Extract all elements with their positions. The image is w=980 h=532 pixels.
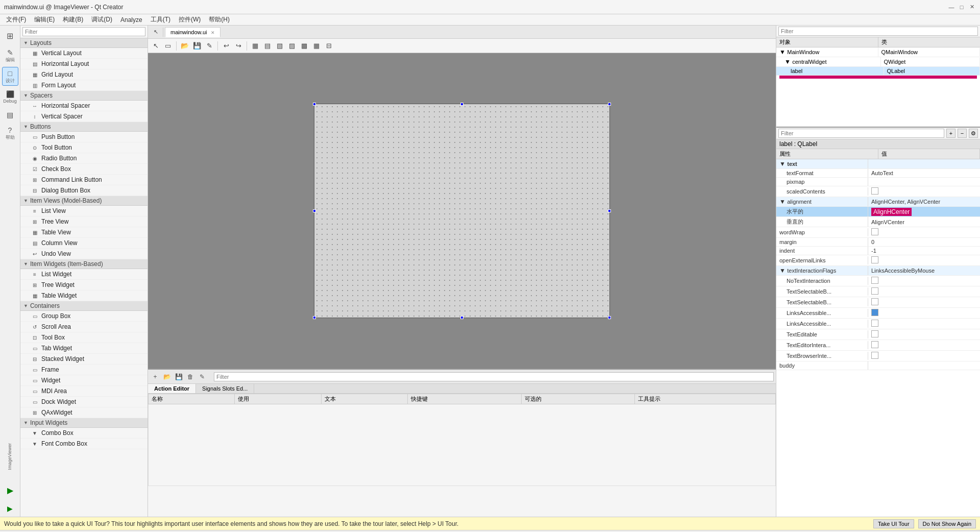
bottom-new-icon[interactable]: +: [150, 372, 160, 382]
widget-qaxwidget[interactable]: ⊞ QAxWidget: [20, 407, 148, 418]
toolbar-break-icon[interactable]: ⊟: [323, 40, 334, 52]
section-item-widgets[interactable]: ▼ Item Widgets (Item-Based): [20, 259, 148, 269]
prop-row-texteditable[interactable]: TextEditable: [776, 329, 980, 340]
section-input-widgets[interactable]: ▼ Input Widgets: [20, 418, 148, 428]
prop-row-linksaccessible2[interactable]: LinksAccessible...: [776, 319, 980, 329]
do-not-show-again-button[interactable]: Do Not Show Again: [918, 519, 976, 528]
side-icon-design[interactable]: □ 设计: [2, 67, 18, 86]
tab-close-icon[interactable]: ✕: [211, 30, 215, 35]
widget-group-box[interactable]: ▭ Group Box: [20, 311, 148, 322]
widget-column-view[interactable]: ▤ Column View: [20, 238, 148, 249]
widget-list-view[interactable]: ≡ List View: [20, 206, 148, 216]
toolbar-layout2-icon[interactable]: ▤: [262, 40, 273, 52]
bottom-edit-icon[interactable]: ✎: [197, 372, 207, 382]
texteditable-checkbox[interactable]: [871, 330, 878, 337]
bottom-delete-icon[interactable]: 🗑: [185, 372, 195, 382]
bottom-filter-input[interactable]: [214, 372, 774, 381]
widget-form-layout[interactable]: ▥ Form Layout: [20, 80, 148, 91]
minimize-button[interactable]: —: [947, 3, 955, 11]
side-icon-projects[interactable]: ▤: [2, 108, 18, 122]
notextinteraction-checkbox[interactable]: [871, 277, 878, 284]
toolbar-layout4-icon[interactable]: ▨: [286, 40, 298, 52]
widget-check-box[interactable]: ☑ Check Box: [20, 164, 148, 175]
side-icon-help[interactable]: ? 帮助: [2, 124, 18, 142]
prop-row-buddy[interactable]: buddy: [776, 361, 980, 370]
menu-tools[interactable]: 工具(T): [146, 14, 175, 25]
openexternallinks-checkbox[interactable]: [871, 256, 878, 263]
prop-row-textselectab2[interactable]: TextSelectableB...: [776, 297, 980, 308]
widget-list-widget[interactable]: ≡ List Widget: [20, 269, 148, 280]
linksaccessible1-checkbox[interactable]: [871, 309, 878, 316]
tab-signals-slots[interactable]: Signals Slots Ed...: [196, 384, 254, 393]
toolbar-layout5-icon[interactable]: ▩: [299, 40, 310, 52]
toolbar-save-icon[interactable]: 💾: [191, 40, 203, 52]
menu-debug[interactable]: 调试(D): [87, 14, 116, 25]
toolbar-layout3-icon[interactable]: ▧: [274, 40, 285, 52]
section-layouts[interactable]: ▼ Layouts: [20, 38, 148, 48]
section-item-views[interactable]: ▼ Item Views (Model-Based): [20, 196, 148, 206]
toolbar-widget-icon[interactable]: ▭: [162, 40, 174, 52]
menu-analyze[interactable]: Analyze: [116, 15, 146, 25]
prop-row-notextinteraction[interactable]: NoTextInteraction: [776, 276, 980, 286]
bottom-open-icon[interactable]: 📂: [162, 372, 172, 382]
section-buttons[interactable]: ▼ Buttons: [20, 122, 148, 132]
toolbar-redo-icon[interactable]: ↪: [233, 40, 244, 52]
prop-row-textselectab1[interactable]: TextSelectableB...: [776, 286, 980, 297]
widget-tab-widget[interactable]: ▭ Tab Widget: [20, 343, 148, 354]
prop-row-textinteractionflags[interactable]: ▼ textInteractionFlags LinksAccessibleBy…: [776, 266, 980, 276]
prop-row-pixmap[interactable]: pixmap: [776, 178, 980, 186]
widget-radio-button[interactable]: ◉ Radio Button: [20, 153, 148, 164]
widget-vertical-spacer[interactable]: ↕ Vertical Spacer: [20, 111, 148, 122]
widget-font-combo-box[interactable]: ▼ Font Combo Box: [20, 439, 148, 449]
texteditorintera-checkbox[interactable]: [871, 341, 878, 348]
close-button[interactable]: ✕: [968, 3, 976, 11]
property-add-btn[interactable]: +: [946, 129, 955, 138]
prop-row-vertical[interactable]: 垂直的 AlignVCenter: [776, 217, 980, 227]
bottom-save-icon[interactable]: 💾: [174, 372, 184, 382]
widget-tool-box[interactable]: ⊡ Tool Box: [20, 332, 148, 343]
property-minus-btn[interactable]: −: [958, 129, 967, 138]
toolbar-undo-icon[interactable]: ↩: [220, 40, 232, 52]
textbrowserinte-checkbox[interactable]: [871, 352, 878, 359]
toolbar-layout1-icon[interactable]: ▦: [250, 40, 261, 52]
object-filter-input[interactable]: [778, 27, 978, 36]
widget-frame[interactable]: ▭ Frame: [20, 365, 148, 375]
side-icon-build[interactable]: ▶: [2, 482, 18, 498]
side-icon-debug2[interactable]: ▶: [2, 500, 18, 517]
section-spacers[interactable]: ▼ Spacers: [20, 91, 148, 101]
toolbar-pencil-icon[interactable]: ✎: [204, 40, 215, 52]
widget-combo-box[interactable]: ▼ Combo Box: [20, 428, 148, 439]
textselectab1-checkbox[interactable]: [871, 287, 878, 295]
take-ui-tour-button[interactable]: Take UI Tour: [873, 519, 914, 528]
widget-widget[interactable]: ▭ Widget: [20, 375, 148, 386]
widget-grid-layout[interactable]: ▦ Grid Layout: [20, 69, 148, 80]
textselectab2-checkbox[interactable]: [871, 298, 878, 305]
prop-row-horizontal[interactable]: 水平的 AlignHCenter: [776, 207, 980, 217]
widget-vertical-layout[interactable]: ▦ Vertical Layout: [20, 48, 148, 59]
toolbar-arrow-icon[interactable]: ↖: [150, 27, 161, 38]
side-icon-welcome[interactable]: ⊞: [2, 28, 18, 44]
widget-table-view[interactable]: ▦ Table View: [20, 227, 148, 238]
object-row-mainwindow[interactable]: ▼ MainWindow QMainWindow: [776, 47, 980, 57]
tab-mainwindow[interactable]: mainwindow.ui ✕: [165, 27, 220, 37]
widget-table-widget[interactable]: ▦ Table Widget: [20, 291, 148, 301]
prop-row-linksaccessible1[interactable]: LinksAccessible...: [776, 308, 980, 319]
prop-row-indent[interactable]: indent -1: [776, 247, 980, 255]
prop-row-margin[interactable]: margin 0: [776, 238, 980, 247]
widget-command-link-button[interactable]: ⊞ Command Link Button: [20, 175, 148, 185]
widget-stacked-widget[interactable]: ⊟ Stacked Widget: [20, 354, 148, 365]
prop-row-texteditorintera[interactable]: TextEditorIntera...: [776, 340, 980, 351]
prop-row-text[interactable]: ▼ text: [776, 159, 980, 169]
maximize-button[interactable]: □: [958, 3, 966, 11]
property-filter-input[interactable]: [778, 129, 944, 138]
wordwrap-checkbox[interactable]: [871, 228, 878, 235]
widget-push-button[interactable]: ▭ Push Button: [20, 132, 148, 142]
prop-row-openexternallinks[interactable]: openExternalLinks: [776, 255, 980, 266]
prop-row-textformat[interactable]: textFormat AutoText: [776, 169, 980, 178]
toolbar-pointer-icon[interactable]: ↖: [150, 40, 161, 52]
toolbar-layout6-icon[interactable]: ▦: [311, 40, 322, 52]
widget-horizontal-layout[interactable]: ▤ Horizontal Layout: [20, 59, 148, 69]
property-gear-btn[interactable]: ⚙: [969, 129, 978, 138]
scaledcontents-checkbox[interactable]: [871, 187, 878, 195]
widget-dock-widget[interactable]: ▭ Dock Widget: [20, 397, 148, 407]
